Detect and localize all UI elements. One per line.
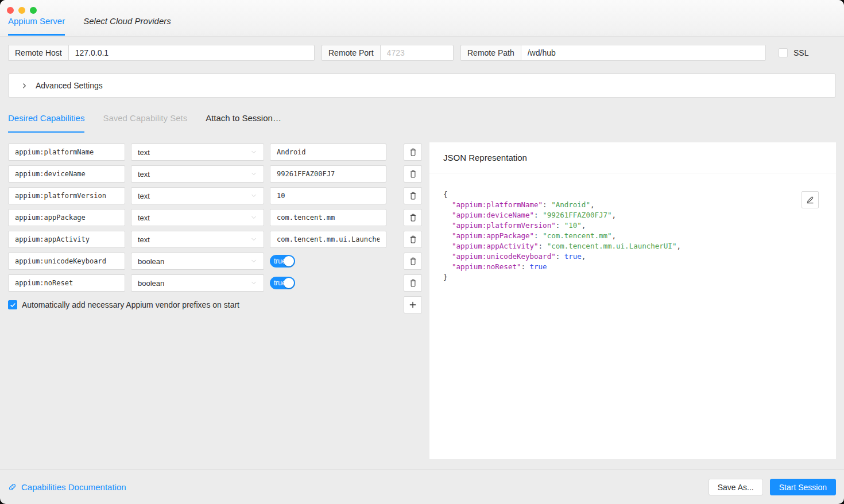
capability-name-input[interactable] [8,144,125,161]
capability-row: booleantrue [8,274,422,292]
capability-value-input[interactable] [270,144,386,161]
capability-name-input[interactable] [8,187,125,204]
capability-type-value: text [138,170,150,179]
remote-host-input[interactable] [68,45,315,61]
trash-icon [409,169,417,179]
tab-select-cloud-providers[interactable]: Select Cloud Providers [83,16,171,36]
start-session-button[interactable]: Start Session [770,479,836,495]
trash-icon [409,148,417,157]
capabilities-documentation-link[interactable]: Capabilities Documentation [8,482,126,492]
delete-capability-button[interactable] [404,231,422,248]
capability-name-input[interactable] [8,274,125,292]
capability-value-input[interactable] [270,187,386,204]
tab-saved-capability-sets[interactable]: Saved Capability Sets [103,113,187,133]
delete-capability-button[interactable] [404,209,422,226]
capability-row: text [8,144,422,161]
capability-type-select[interactable]: text [131,209,264,226]
save-as-button[interactable]: Save As... [709,479,763,495]
capability-name-input[interactable] [8,209,125,226]
trash-icon [409,278,417,288]
appium-inspector-window: Appium Server Select Cloud Providers Rem… [0,0,844,504]
remote-port-group: Remote Port [322,45,454,61]
json-panel-title: JSON Representation [443,153,527,162]
remote-path-group: Remote Path [460,45,766,61]
trash-icon [409,257,417,266]
capabilities-documentation-label: Capabilities Documentation [21,482,126,492]
advanced-settings-panel[interactable]: Advanced Settings [8,73,836,98]
ssl-label: SSL [793,48,808,57]
capability-boolean-toggle[interactable]: true [270,277,295,289]
footer-buttons: Save As... Start Session [709,479,836,495]
remote-port-label: Remote Port [322,45,380,61]
link-icon [8,483,17,491]
vendor-prefix-checkbox[interactable] [8,300,17,309]
capability-type-select[interactable]: text [131,144,264,161]
edit-json-button[interactable] [802,191,819,208]
capability-type-select[interactable]: boolean [131,274,264,292]
capability-type-select[interactable]: text [131,165,264,183]
chevron-down-icon [250,170,257,177]
tab-attach-to-session[interactable]: Attach to Session… [206,113,281,133]
capability-footer-row: Automatically add necessary Appium vendo… [8,296,422,313]
json-panel-header: JSON Representation [429,142,836,173]
capability-row: text [8,165,422,183]
trash-icon [409,235,417,244]
ssl-checkbox-group: SSL [779,48,808,57]
capability-row: text [8,231,422,248]
remote-path-input[interactable] [521,45,766,61]
remote-host-group: Remote Host [8,45,315,61]
capability-type-value: boolean [138,257,164,266]
capability-row: text [8,187,422,204]
server-config-row: Remote Host Remote Port Remote Path SSL [8,45,836,61]
toggle-knob [284,278,294,288]
remote-port-input[interactable] [380,45,454,61]
chevron-down-icon [250,149,257,156]
edit-pencil-icon [806,195,815,204]
capability-value-input[interactable] [270,165,386,183]
capability-type-select[interactable]: text [131,187,264,204]
capability-type-value: text [138,214,150,222]
json-representation-panel: JSON Representation { "appium:platformNa… [429,142,836,459]
delete-capability-button[interactable] [404,165,422,183]
check-icon [10,302,16,308]
toggle-knob [284,256,294,266]
chevron-down-icon [250,236,257,243]
capability-type-value: text [138,235,150,244]
plus-icon [408,300,417,309]
delete-capability-button[interactable] [404,253,422,270]
capability-tabs: Desired Capabilities Saved Capability Se… [8,113,281,133]
delete-capability-button[interactable] [404,187,422,204]
add-capability-button[interactable] [404,296,422,313]
capability-type-select[interactable]: boolean [131,253,264,270]
zoom-window-button[interactable] [30,7,37,14]
capability-name-input[interactable] [8,231,125,248]
chevron-down-icon [250,280,257,286]
json-panel-body: { "appium:platformName": "Android", "app… [429,173,836,298]
capability-type-select[interactable]: text [131,231,264,248]
window-titlebar: Appium Server Select Cloud Providers [0,0,844,37]
delete-capability-button[interactable] [404,144,422,161]
remote-path-label: Remote Path [460,45,521,61]
minimize-window-button[interactable] [18,7,25,14]
capability-boolean-toggle[interactable]: true [270,255,295,267]
delete-capability-button[interactable] [404,274,422,292]
capability-name-input[interactable] [8,165,125,183]
trash-icon [409,213,417,222]
capability-name-input[interactable] [8,253,125,270]
ssl-checkbox[interactable] [779,48,788,57]
trash-icon [409,191,417,200]
tab-desired-capabilities[interactable]: Desired Capabilities [8,113,84,133]
footer: Capabilities Documentation Save As... St… [0,470,844,504]
tab-appium-server[interactable]: Appium Server [8,16,65,36]
close-window-button[interactable] [7,7,14,14]
capability-value-input[interactable] [270,231,386,248]
advanced-settings-label: Advanced Settings [36,81,103,90]
vendor-prefix-checkbox-group: Automatically add necessary Appium vendo… [8,300,239,309]
chevron-right-icon [21,83,28,89]
window-controls [7,7,37,14]
capability-value-input[interactable] [270,209,386,226]
vendor-prefix-label: Automatically add necessary Appium vendo… [22,300,239,309]
chevron-down-icon [250,192,257,199]
server-type-tabs: Appium Server Select Cloud Providers [8,16,171,36]
capability-rows: texttexttexttexttextbooleantruebooleantr… [8,144,422,292]
